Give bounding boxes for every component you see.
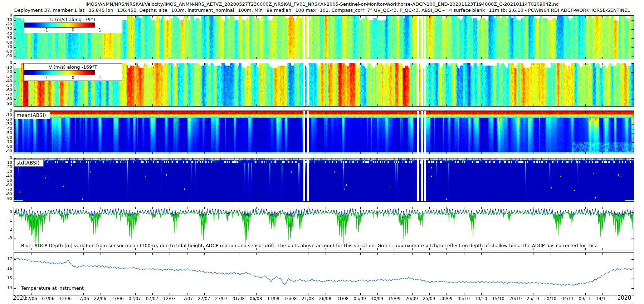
x-tick-label: 31/08 (336, 296, 349, 301)
u-colorbar-legend: U (m/s) along -79°T -101 (24, 16, 122, 33)
x-tick-label: 27/06 (111, 296, 124, 301)
y-tick-label: -40 (1, 127, 12, 131)
x-tick-label: 02/06 (25, 296, 37, 301)
y-tick-label: -90 (1, 54, 12, 58)
y-tick-label: -20 (1, 117, 12, 122)
y-tick-label: 16 (1, 266, 12, 271)
y-tick-label: -30 (1, 122, 12, 126)
y-tick-label: -50 (1, 178, 12, 183)
x-axis-year-end: 2020 (618, 295, 631, 301)
v-colorbar (24, 70, 95, 75)
y-tick-label: -50 (1, 131, 12, 135)
x-tick-label: 26/08 (319, 296, 332, 301)
y-tick-label: -90 (1, 149, 12, 153)
y-tick-label: -70 (1, 140, 12, 144)
x-tick-label: 27/07 (215, 296, 228, 301)
x-tick-label: 11/08 (267, 296, 279, 301)
y-tick-label: -10 (1, 113, 12, 117)
y-tick-label: -40 (1, 31, 12, 36)
y-tick-label: -10 (1, 65, 12, 70)
y-tick-label: -40 (1, 174, 12, 178)
x-tick-label: 15/10 (492, 296, 504, 301)
y-tick-label: -30 (1, 74, 12, 79)
x-tick-label: 10/09 (371, 296, 384, 301)
y-tick-label: -30 (1, 170, 12, 174)
y-tick-label: -80 (1, 97, 12, 101)
y-tick-label: -30 (1, 27, 12, 31)
x-tick-label: 16/08 (284, 296, 297, 301)
figure-root: IMOS/ANMN/NRS/NRSKAI/Velocity/IMOS_ANMN-… (0, 0, 644, 304)
x-tick-label: 07/06 (42, 296, 54, 301)
x-tick-label: 17/06 (77, 296, 89, 301)
x-tick-label: 06/08 (250, 296, 262, 301)
x-tick-label: 05/10 (458, 296, 470, 301)
y-tick-label: 17 (1, 257, 12, 261)
u-velocity-heatmap-panel: U (m/s) along -79°T -101 (14, 15, 634, 59)
colorbar-tick-label: 0 (72, 75, 74, 80)
v-legend-label: V (m/s) along -169°T (24, 64, 122, 70)
y-tick-label: -50 (1, 36, 12, 40)
x-tick-label: 09/11 (579, 296, 591, 301)
std-absi-label: std(ABSI) (14, 159, 44, 167)
figure-title: IMOS/ANMN/NRS/NRSKAI/Velocity/IMOS_ANMN-… (0, 1, 644, 7)
colorbar-tick-label: 1 (99, 75, 102, 80)
y-tick-label: -90 (1, 197, 12, 201)
std-absi-heatmap-panel: std(ABSI) (14, 158, 634, 202)
y-tick-label: -10 (1, 18, 12, 22)
colorbar-tick-label: -1 (44, 28, 48, 33)
x-tick-label: 22/07 (198, 296, 210, 301)
temperature-label: Temperature at instrument (21, 285, 84, 291)
v-colorbar-legend: V (m/s) along -169°T -101 (24, 63, 122, 81)
u-colorbar (24, 23, 95, 28)
x-tick-label: 22/06 (94, 296, 107, 301)
y-tick-label: -60 (1, 183, 12, 187)
x-tick-label: 21/08 (302, 296, 314, 301)
u-colorbar-tick-labels: -101 (38, 28, 108, 33)
y-tick-label: 0 (1, 156, 12, 160)
y-tick-label: -70 (1, 187, 12, 192)
y-tick-label: -70 (1, 45, 12, 49)
y-tick-label: -80 (1, 192, 12, 196)
x-tick-label: 25/09 (423, 296, 435, 301)
mean-absi-label: mean(ABSI) (14, 112, 50, 119)
y-tick-label: -20 (1, 22, 12, 26)
depth-variation-line-panel: Blue: ADCP Depth (m) variation from sens… (14, 207, 634, 250)
y-tick-label: -50 (1, 83, 12, 88)
y-tick-label: 0 (1, 61, 12, 65)
colorbar-tick-label: -1 (44, 75, 48, 80)
colorbar-tick-label: 1 (99, 28, 102, 33)
u-legend-label: U (m/s) along -79°T (24, 17, 122, 22)
y-tick-label: 15 (1, 276, 12, 280)
colorbar-tick-label: 0 (72, 28, 74, 33)
mean-absi-heatmap-canvas (14, 111, 634, 154)
x-tick-label: 20/10 (509, 296, 522, 301)
y-tick-label: -3 (1, 236, 12, 240)
x-tick-label: 20/09 (405, 296, 418, 301)
x-tick-label: 02/07 (128, 296, 141, 301)
y-tick-label: -2 (1, 227, 12, 232)
std-absi-heatmap-canvas (14, 158, 634, 201)
y-tick-label: -40 (1, 79, 12, 83)
y-tick-label: -60 (1, 40, 12, 45)
y-tick-label: -60 (1, 136, 12, 140)
x-tick-label: 01/08 (233, 296, 245, 301)
figure-subtitle: Deployment 37, member 1 lat=35.84S lon=1… (0, 8, 644, 13)
y-tick-label: -90 (1, 102, 12, 106)
y-tick-label: 0 (1, 13, 12, 18)
y-tick-label: -1 (1, 219, 12, 223)
x-tick-label: 17/07 (181, 296, 193, 301)
y-tick-label: -20 (1, 70, 12, 74)
y-tick-label: 0 (1, 210, 12, 214)
x-tick-label: 04/11 (561, 296, 574, 301)
v-velocity-heatmap-panel: V (m/s) along -169°T -101 (14, 63, 634, 107)
y-tick-label: -80 (1, 49, 12, 54)
x-tick-label: 12/06 (59, 296, 72, 301)
x-tick-label: 14/11 (596, 296, 609, 301)
temperature-line-panel: Temperature at instrument (14, 252, 634, 295)
mean-absi-heatmap-panel: mean(ABSI) (14, 111, 634, 154)
depth-variation-annotation: Blue: ADCP Depth (m) variation from sens… (21, 243, 597, 248)
x-tick-label: 12/07 (163, 296, 176, 301)
y-tick-label: -80 (1, 144, 12, 149)
x-tick-label: 25/10 (527, 296, 539, 301)
y-tick-label: -10 (1, 161, 12, 165)
